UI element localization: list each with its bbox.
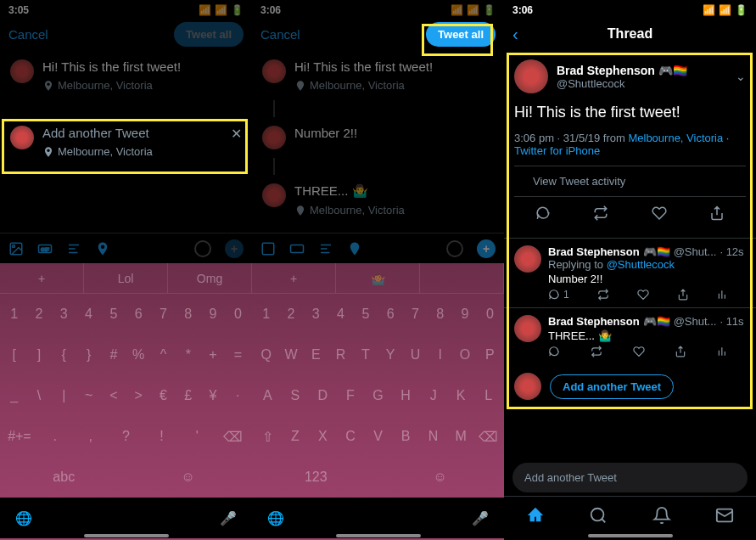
key[interactable]: ☺ — [380, 462, 501, 492]
key[interactable]: I — [429, 340, 451, 370]
key[interactable]: | — [53, 380, 75, 411]
key[interactable]: M — [449, 421, 473, 452]
key[interactable]: ☺ — [128, 462, 249, 492]
key[interactable]: A — [255, 380, 280, 411]
suggestion[interactable]: 🤷‍♂️ — [336, 263, 420, 293]
image-icon[interactable] — [8, 241, 24, 256]
key[interactable]: ' — [181, 421, 213, 452]
like-button[interactable] — [637, 289, 649, 301]
key[interactable]: 8 — [177, 299, 199, 329]
share-button[interactable] — [709, 205, 725, 221]
location-icon[interactable] — [347, 241, 362, 256]
keyboard[interactable]: + 🤷‍♂️ 1234567890 QWERTYUIOP ASDFGHJKL ⇧… — [252, 263, 504, 540]
key[interactable]: ⌫ — [476, 421, 501, 452]
key[interactable]: 4 — [330, 299, 351, 329]
search-tab[interactable] — [589, 506, 608, 525]
poll-icon[interactable] — [66, 241, 81, 256]
retweet-button[interactable] — [593, 205, 608, 221]
key[interactable]: , — [75, 421, 107, 452]
handle[interactable]: @Shuttlecock — [557, 77, 727, 90]
key[interactable]: V — [366, 421, 390, 452]
suggestion[interactable] — [420, 263, 504, 293]
key[interactable]: 6 — [128, 299, 149, 329]
reply-button[interactable] — [535, 205, 551, 221]
location-row[interactable]: Melbourne, Victoria — [42, 79, 242, 92]
main-tweet[interactable]: Brad Stephenson 🎮🏳️‍🌈 @Shuttlecock ⌄ Hi!… — [504, 51, 756, 238]
key[interactable]: } — [78, 340, 99, 370]
key[interactable]: ! — [145, 421, 177, 452]
key[interactable]: = — [227, 340, 249, 370]
key[interactable]: 2 — [28, 299, 49, 329]
cancel-button[interactable]: Cancel — [8, 27, 48, 42]
notifications-tab[interactable] — [652, 506, 671, 525]
key[interactable]: Q — [255, 340, 277, 370]
key[interactable]: > — [128, 380, 149, 411]
key[interactable]: W — [280, 340, 301, 370]
key[interactable]: * — [177, 340, 199, 370]
key[interactable]: € — [153, 380, 174, 411]
key[interactable]: 3 — [53, 299, 75, 329]
client-link[interactable]: Twitter for iPhone — [514, 144, 600, 157]
mic-icon[interactable]: 🎤 — [220, 510, 237, 526]
key[interactable]: [ — [3, 340, 25, 370]
key[interactable]: £ — [177, 380, 199, 411]
key[interactable]: # — [103, 340, 124, 370]
globe-icon[interactable]: 🌐 — [267, 510, 284, 526]
key[interactable]: 123 — [255, 462, 377, 492]
key[interactable]: _ — [3, 380, 25, 411]
share-button[interactable] — [677, 289, 689, 301]
key[interactable]: ? — [110, 421, 143, 452]
key[interactable]: 4 — [78, 299, 99, 329]
key[interactable]: 3 — [305, 299, 327, 329]
key[interactable]: 7 — [405, 299, 426, 329]
key[interactable]: O — [454, 340, 475, 370]
view-activity-button[interactable]: View Tweet activity — [514, 166, 746, 196]
add-tweet-icon[interactable]: + — [477, 239, 496, 258]
key[interactable]: E — [305, 340, 327, 370]
back-button[interactable]: ‹ — [512, 25, 518, 44]
key[interactable]: 1 — [3, 299, 25, 329]
key[interactable]: ¥ — [202, 380, 223, 411]
add-another-button[interactable]: Add another Tweet — [550, 374, 674, 399]
poll-icon[interactable] — [318, 241, 333, 256]
key[interactable]: { — [53, 340, 75, 370]
home-tab[interactable] — [526, 506, 545, 525]
key[interactable]: 8 — [429, 299, 451, 329]
key[interactable]: B — [394, 421, 418, 452]
key[interactable]: \ — [28, 380, 49, 411]
key[interactable]: ^ — [153, 340, 174, 370]
key[interactable]: 5 — [103, 299, 124, 329]
key[interactable]: Y — [380, 340, 401, 370]
share-button[interactable] — [675, 346, 686, 357]
like-button[interactable] — [652, 205, 667, 221]
keyboard[interactable]: + Lol Omg 1234567890 []{}#%^*+= _\|~<>€£… — [0, 263, 252, 540]
key[interactable]: 5 — [355, 299, 376, 329]
add-tweet-icon[interactable]: + — [225, 239, 244, 258]
avatar[interactable] — [514, 245, 541, 273]
home-indicator[interactable] — [588, 534, 673, 537]
key[interactable]: F — [339, 380, 363, 411]
location-link[interactable]: Melbourne, Victoria — [628, 132, 723, 144]
reply-tweet[interactable]: Brad Stephenson🎮🏳️‍🌈 @Shut... · 11s THRE… — [504, 307, 756, 364]
key[interactable]: K — [449, 380, 473, 411]
key[interactable]: Z — [283, 421, 308, 452]
location-row[interactable]: Melbourne, Victoria — [42, 145, 222, 158]
gif-icon[interactable]: GIF — [37, 241, 53, 256]
key[interactable]: 2 — [280, 299, 301, 329]
key[interactable]: ⌫ — [216, 421, 249, 452]
tweet-all-button[interactable]: Tweet all — [174, 22, 244, 47]
key[interactable]: · — [227, 380, 249, 411]
key[interactable]: 1 — [255, 299, 277, 329]
analytics-button[interactable] — [717, 346, 729, 357]
key[interactable]: 9 — [202, 299, 223, 329]
tweet-all-button[interactable]: Tweet all — [426, 22, 496, 47]
key[interactable]: L — [476, 380, 501, 411]
key[interactable]: ~ — [78, 380, 99, 411]
gif-icon[interactable] — [289, 241, 305, 256]
reply-tweet[interactable]: Brad Stephenson🎮🏳️‍🌈 @Shut... · 12s Repl… — [504, 238, 756, 307]
key[interactable]: J — [421, 380, 445, 411]
key[interactable]: ⇧ — [255, 421, 280, 452]
suggestion[interactable]: + — [252, 263, 336, 293]
location-icon[interactable] — [95, 241, 110, 256]
like-button[interactable] — [633, 346, 645, 357]
